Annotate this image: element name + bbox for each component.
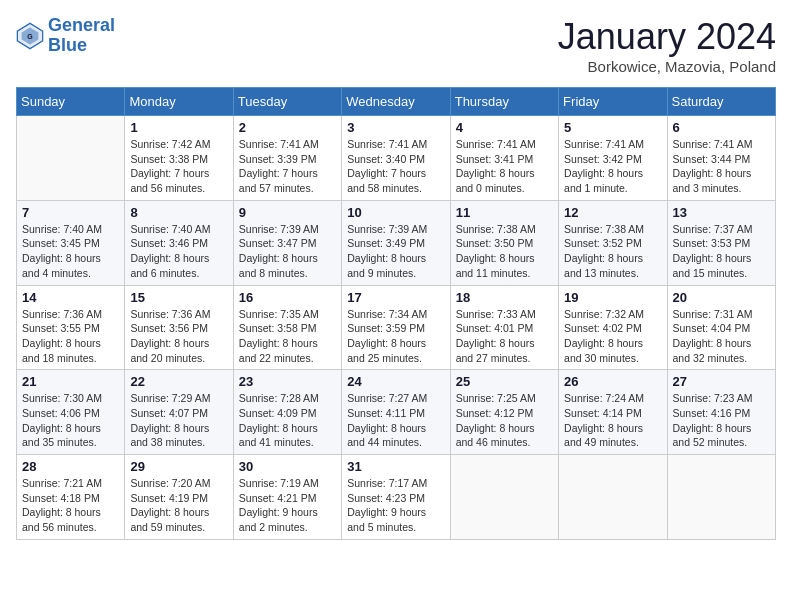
day-cell: 6Sunrise: 7:41 AM Sunset: 3:44 PM Daylig… <box>667 116 775 201</box>
day-cell: 25Sunrise: 7:25 AM Sunset: 4:12 PM Dayli… <box>450 370 558 455</box>
day-info: Sunrise: 7:40 AM Sunset: 3:46 PM Dayligh… <box>130 222 227 281</box>
day-number: 2 <box>239 120 336 135</box>
day-number: 30 <box>239 459 336 474</box>
header-monday: Monday <box>125 88 233 116</box>
day-info: Sunrise: 7:28 AM Sunset: 4:09 PM Dayligh… <box>239 391 336 450</box>
week-row-2: 7Sunrise: 7:40 AM Sunset: 3:45 PM Daylig… <box>17 200 776 285</box>
day-cell <box>17 116 125 201</box>
day-number: 1 <box>130 120 227 135</box>
day-number: 24 <box>347 374 444 389</box>
logo-text: General <box>48 16 115 36</box>
day-cell: 15Sunrise: 7:36 AM Sunset: 3:56 PM Dayli… <box>125 285 233 370</box>
day-cell: 11Sunrise: 7:38 AM Sunset: 3:50 PM Dayli… <box>450 200 558 285</box>
day-number: 17 <box>347 290 444 305</box>
header-tuesday: Tuesday <box>233 88 341 116</box>
header-saturday: Saturday <box>667 88 775 116</box>
day-info: Sunrise: 7:41 AM Sunset: 3:41 PM Dayligh… <box>456 137 553 196</box>
day-cell: 28Sunrise: 7:21 AM Sunset: 4:18 PM Dayli… <box>17 455 125 540</box>
day-number: 31 <box>347 459 444 474</box>
logo-icon: G <box>16 22 44 50</box>
day-info: Sunrise: 7:31 AM Sunset: 4:04 PM Dayligh… <box>673 307 770 366</box>
day-info: Sunrise: 7:20 AM Sunset: 4:19 PM Dayligh… <box>130 476 227 535</box>
header-row: SundayMondayTuesdayWednesdayThursdayFrid… <box>17 88 776 116</box>
day-cell: 21Sunrise: 7:30 AM Sunset: 4:06 PM Dayli… <box>17 370 125 455</box>
day-number: 23 <box>239 374 336 389</box>
day-number: 3 <box>347 120 444 135</box>
day-info: Sunrise: 7:23 AM Sunset: 4:16 PM Dayligh… <box>673 391 770 450</box>
day-cell: 27Sunrise: 7:23 AM Sunset: 4:16 PM Dayli… <box>667 370 775 455</box>
day-info: Sunrise: 7:41 AM Sunset: 3:44 PM Dayligh… <box>673 137 770 196</box>
title-area: January 2024 Borkowice, Mazovia, Poland <box>558 16 776 75</box>
day-number: 6 <box>673 120 770 135</box>
day-cell: 10Sunrise: 7:39 AM Sunset: 3:49 PM Dayli… <box>342 200 450 285</box>
day-number: 9 <box>239 205 336 220</box>
day-info: Sunrise: 7:40 AM Sunset: 3:45 PM Dayligh… <box>22 222 119 281</box>
day-cell: 9Sunrise: 7:39 AM Sunset: 3:47 PM Daylig… <box>233 200 341 285</box>
day-number: 20 <box>673 290 770 305</box>
logo-text2: Blue <box>48 36 115 56</box>
day-info: Sunrise: 7:29 AM Sunset: 4:07 PM Dayligh… <box>130 391 227 450</box>
day-info: Sunrise: 7:41 AM Sunset: 3:42 PM Dayligh… <box>564 137 661 196</box>
day-number: 21 <box>22 374 119 389</box>
day-info: Sunrise: 7:39 AM Sunset: 3:47 PM Dayligh… <box>239 222 336 281</box>
day-info: Sunrise: 7:41 AM Sunset: 3:39 PM Dayligh… <box>239 137 336 196</box>
week-row-3: 14Sunrise: 7:36 AM Sunset: 3:55 PM Dayli… <box>17 285 776 370</box>
day-info: Sunrise: 7:21 AM Sunset: 4:18 PM Dayligh… <box>22 476 119 535</box>
day-info: Sunrise: 7:25 AM Sunset: 4:12 PM Dayligh… <box>456 391 553 450</box>
day-number: 8 <box>130 205 227 220</box>
day-number: 13 <box>673 205 770 220</box>
day-cell: 13Sunrise: 7:37 AM Sunset: 3:53 PM Dayli… <box>667 200 775 285</box>
day-info: Sunrise: 7:34 AM Sunset: 3:59 PM Dayligh… <box>347 307 444 366</box>
day-cell: 14Sunrise: 7:36 AM Sunset: 3:55 PM Dayli… <box>17 285 125 370</box>
day-info: Sunrise: 7:24 AM Sunset: 4:14 PM Dayligh… <box>564 391 661 450</box>
day-info: Sunrise: 7:41 AM Sunset: 3:40 PM Dayligh… <box>347 137 444 196</box>
day-cell <box>450 455 558 540</box>
day-cell: 3Sunrise: 7:41 AM Sunset: 3:40 PM Daylig… <box>342 116 450 201</box>
page-header: G General Blue January 2024 Borkowice, M… <box>16 16 776 75</box>
day-info: Sunrise: 7:19 AM Sunset: 4:21 PM Dayligh… <box>239 476 336 535</box>
day-number: 7 <box>22 205 119 220</box>
day-info: Sunrise: 7:39 AM Sunset: 3:49 PM Dayligh… <box>347 222 444 281</box>
day-number: 4 <box>456 120 553 135</box>
day-cell: 24Sunrise: 7:27 AM Sunset: 4:11 PM Dayli… <box>342 370 450 455</box>
logo: G General Blue <box>16 16 115 56</box>
day-cell: 17Sunrise: 7:34 AM Sunset: 3:59 PM Dayli… <box>342 285 450 370</box>
day-cell: 4Sunrise: 7:41 AM Sunset: 3:41 PM Daylig… <box>450 116 558 201</box>
day-number: 28 <box>22 459 119 474</box>
day-cell: 23Sunrise: 7:28 AM Sunset: 4:09 PM Dayli… <box>233 370 341 455</box>
week-row-1: 1Sunrise: 7:42 AM Sunset: 3:38 PM Daylig… <box>17 116 776 201</box>
day-number: 16 <box>239 290 336 305</box>
day-number: 26 <box>564 374 661 389</box>
day-cell: 26Sunrise: 7:24 AM Sunset: 4:14 PM Dayli… <box>559 370 667 455</box>
calendar-table: SundayMondayTuesdayWednesdayThursdayFrid… <box>16 87 776 540</box>
day-number: 25 <box>456 374 553 389</box>
day-cell: 8Sunrise: 7:40 AM Sunset: 3:46 PM Daylig… <box>125 200 233 285</box>
header-wednesday: Wednesday <box>342 88 450 116</box>
day-info: Sunrise: 7:33 AM Sunset: 4:01 PM Dayligh… <box>456 307 553 366</box>
day-cell: 18Sunrise: 7:33 AM Sunset: 4:01 PM Dayli… <box>450 285 558 370</box>
day-number: 19 <box>564 290 661 305</box>
day-cell: 31Sunrise: 7:17 AM Sunset: 4:23 PM Dayli… <box>342 455 450 540</box>
location-subtitle: Borkowice, Mazovia, Poland <box>558 58 776 75</box>
day-cell: 7Sunrise: 7:40 AM Sunset: 3:45 PM Daylig… <box>17 200 125 285</box>
day-cell: 30Sunrise: 7:19 AM Sunset: 4:21 PM Dayli… <box>233 455 341 540</box>
svg-text:G: G <box>27 33 33 40</box>
day-cell: 29Sunrise: 7:20 AM Sunset: 4:19 PM Dayli… <box>125 455 233 540</box>
day-info: Sunrise: 7:35 AM Sunset: 3:58 PM Dayligh… <box>239 307 336 366</box>
day-info: Sunrise: 7:36 AM Sunset: 3:56 PM Dayligh… <box>130 307 227 366</box>
day-info: Sunrise: 7:37 AM Sunset: 3:53 PM Dayligh… <box>673 222 770 281</box>
day-cell: 1Sunrise: 7:42 AM Sunset: 3:38 PM Daylig… <box>125 116 233 201</box>
day-number: 5 <box>564 120 661 135</box>
day-info: Sunrise: 7:42 AM Sunset: 3:38 PM Dayligh… <box>130 137 227 196</box>
day-number: 10 <box>347 205 444 220</box>
day-info: Sunrise: 7:38 AM Sunset: 3:52 PM Dayligh… <box>564 222 661 281</box>
header-friday: Friday <box>559 88 667 116</box>
day-number: 22 <box>130 374 227 389</box>
day-cell: 5Sunrise: 7:41 AM Sunset: 3:42 PM Daylig… <box>559 116 667 201</box>
day-cell <box>667 455 775 540</box>
day-info: Sunrise: 7:38 AM Sunset: 3:50 PM Dayligh… <box>456 222 553 281</box>
day-cell: 16Sunrise: 7:35 AM Sunset: 3:58 PM Dayli… <box>233 285 341 370</box>
day-info: Sunrise: 7:32 AM Sunset: 4:02 PM Dayligh… <box>564 307 661 366</box>
header-sunday: Sunday <box>17 88 125 116</box>
week-row-5: 28Sunrise: 7:21 AM Sunset: 4:18 PM Dayli… <box>17 455 776 540</box>
